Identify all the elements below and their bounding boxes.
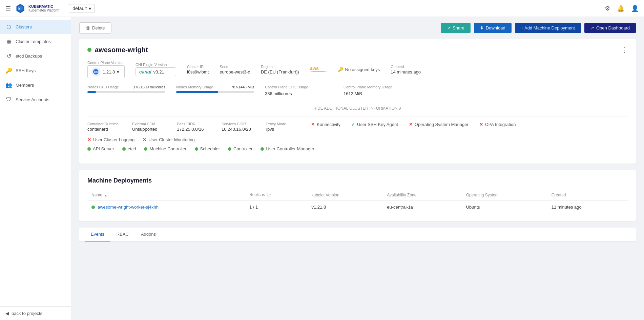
container-runtime-group: Container Runtime containerd [87,122,121,132]
svg-text:k8s: k8s [94,70,99,74]
sidebar-item-clusters[interactable]: ⬡ Clusters [0,20,71,34]
share-icon: ↗ [447,25,451,30]
logo-area: k KUBERMATIC Kubernetes Platform [15,3,59,14]
nodes-memory-usage-group: Nodes Memory Usage 787/1446 MiB [176,85,254,93]
service-accounts-icon: 🛡 [5,97,12,103]
feature-logging: ✕ User Cluster Logging [87,137,134,142]
feature-ssh-key-agent-icon: ✓ [351,122,355,127]
cell-kubelet: v1.21.8 [308,200,383,214]
cluster-card: awesome-wright ⋮ Control Plane Version k… [79,39,636,164]
download-button[interactable]: ⬇ Download [474,23,512,33]
col-created: Created [547,190,628,200]
machine-deployments-table: Name ▲ Replicas ⓘ kubelet Version Availa… [87,190,628,214]
feature-monitoring-icon: ✕ [143,137,146,142]
settings-icon[interactable]: ⚙ [605,5,610,12]
key-icon: 🔑 [338,67,344,72]
open-dashboard-button[interactable]: ↗ Open Dashboard [584,23,636,33]
tab-events[interactable]: Events [85,228,110,241]
feature-monitoring: ✕ User Cluster Monitoring [143,137,195,142]
user-icon[interactable]: 👤 [631,5,639,12]
nodes-memory-progress-fill [176,91,218,93]
deployment-name-link[interactable]: awesome-wright-worker-sj4knh [98,205,159,210]
col-name: Name ▲ [87,190,245,200]
machine-deployments-card: Machine Deployments Name ▲ Replicas ⓘ ku… [79,170,636,221]
cluster-templates-icon: ▦ [5,38,12,45]
aws-logo: aws [310,64,327,75]
feature-osm-icon: ✕ [409,122,413,127]
status-machine-controller: Machine Controller [144,146,186,151]
cp-memory-usage-group: Control Plane Memory Usage 1612 MiB [344,85,411,96]
nodes-cpu-progress-bg [87,91,165,93]
external-ccm-group: External CCM Unsupported [132,122,166,132]
sidebar-item-cluster-templates[interactable]: ▦ Cluster Templates [0,34,71,49]
sidebar: ⬡ Clusters ▦ Cluster Templates ↺ etcd Ba… [0,17,71,320]
ssh-keys-icon: 🔑 [5,67,12,74]
cluster-name: awesome-wright [95,46,148,54]
sidebar-item-members[interactable]: 👥 Members [0,78,71,92]
cluster-menu-icon[interactable]: ⋮ [621,46,628,54]
cell-az: eu-central-1a [383,200,462,214]
cni-badge: canal v3.21 [136,67,176,76]
cni-logo: canal [139,69,151,74]
cluster-status-dot [87,48,91,52]
sidebar-item-label: Cluster Templates [16,39,51,44]
cell-os: Ubuntu [462,200,547,214]
feature-row-2: ✕ User Cluster Logging ✕ User Cluster Mo… [87,137,628,142]
sidebar-item-label: etcd Backups [16,54,42,59]
share-button[interactable]: ↗ Share [441,23,471,33]
back-arrow-icon: ◀ [5,311,9,316]
tab-rbac[interactable]: RBAC [110,228,135,241]
deployment-status-dot [91,206,95,209]
sidebar-item-label: Members [16,83,34,88]
add-machine-deployment-button[interactable]: + Add Machine Deployment [515,23,581,33]
cluster-header: awesome-wright ⋮ [87,46,628,54]
scheduler-status-dot [195,147,198,151]
status-scheduler: Scheduler [195,146,220,151]
cluster-id-group: Cluster ID l8ss9wlbmt [187,65,209,74]
ssh-keys-group: 🔑 No assigned keys [338,67,380,72]
feature-konnectivity: ✕ Konnectivity [311,122,340,127]
machine-controller-status-dot [144,147,147,151]
nav-right: ⚙ 🔔 👤 [605,5,639,12]
no-assigned-keys-text: No assigned keys [345,67,380,72]
additional-info: Container Runtime containerd External CC… [87,116,628,157]
sidebar-item-label: Clusters [16,24,32,29]
feature-ssh-key-agent: ✓ User SSH Key Agent [351,122,398,127]
action-bar-right: ↗ Share ⬇ Download + Add Machine Deploym… [441,23,636,33]
top-nav: ☰ k KUBERMATIC Kubernetes Platform defau… [0,0,644,17]
deployment-name-cell: awesome-wright-worker-sj4knh [91,205,241,210]
controller-status-dot [228,147,231,151]
cell-name: awesome-wright-worker-sj4knh [87,200,245,214]
status-etcd: etcd [122,146,136,151]
machine-deployments-title: Machine Deployments [87,177,628,184]
col-os: Operating System [462,190,547,200]
sidebar-item-label: Service Accounts [16,97,49,102]
table-header-row: Name ▲ Replicas ⓘ kubelet Version Availa… [87,190,628,200]
hide-additional-button[interactable]: HIDE ADDITIONAL CLUSTER INFORMATION ∧ [87,103,628,116]
services-cidr-group: Services CIDR 10.240.16.0/20 [222,122,255,132]
logo-text: KUBERMATIC Kubernetes Platform [28,4,59,12]
sidebar-item-label: SSH Keys [16,68,36,73]
notification-icon[interactable]: 🔔 [617,5,624,12]
back-to-projects[interactable]: ◀ back to projects [0,306,71,320]
pods-cidr-group: Pods CIDR 172.25.0.0/16 [177,122,211,132]
feature-osm: ✕ Operating System Manager [409,122,469,127]
sidebar-item-etcd-backups[interactable]: ↺ etcd Backups [0,49,71,63]
sidebar-item-service-accounts[interactable]: 🛡 Service Accounts [0,92,71,107]
chevron-down-icon: ▾ [117,69,119,74]
svg-text:aws: aws [310,66,319,71]
control-plane-version-select[interactable]: k8s 1.21.8 ▾ [87,65,125,78]
cp-cpu-usage-group: Control Plane CPU Usage 336 millicores [265,85,333,96]
action-bar: 🗑 Delete ↗ Share ⬇ Download + Add Machin… [71,17,644,39]
user-controller-manager-status-dot [261,147,264,151]
svg-text:k: k [18,7,20,10]
status-controller: Controller [228,146,252,151]
etcd-status-dot [122,147,126,151]
feature-konnectivity-icon: ✕ [311,122,315,127]
hamburger-icon[interactable]: ☰ [5,5,11,12]
sidebar-item-ssh-keys[interactable]: 🔑 SSH Keys [0,63,71,78]
delete-button[interactable]: 🗑 Delete [79,22,111,34]
tab-addons[interactable]: Addons [135,228,162,241]
project-selector[interactable]: default ▾ [69,4,95,13]
control-plane-group: Control Plane Version k8s 1.21.8 ▾ [87,61,125,78]
